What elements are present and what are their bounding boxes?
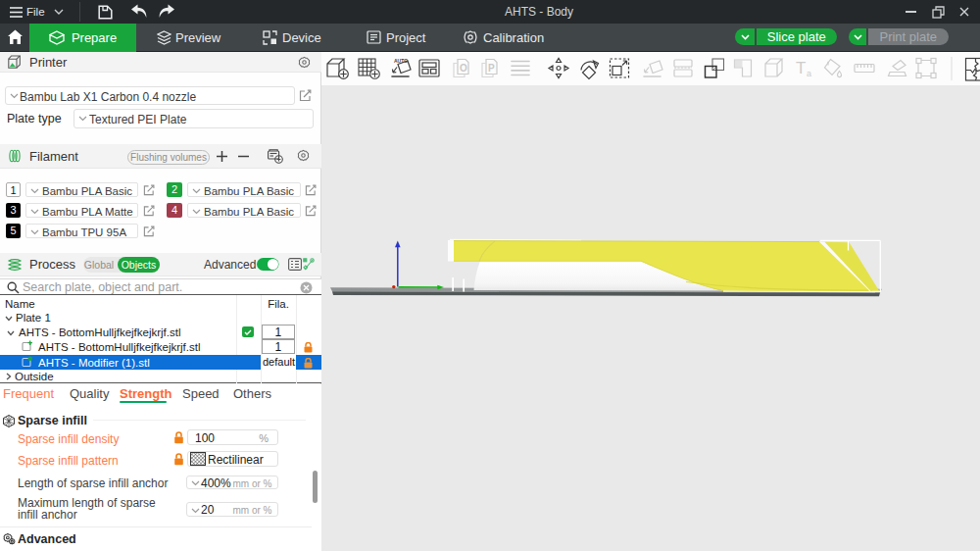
svg-text:T: T (796, 59, 806, 77)
svg-text:a: a (807, 69, 811, 78)
svg-text:O: O (460, 63, 467, 74)
svg-text:AUTO: AUTO (394, 58, 408, 64)
svg-text:P: P (488, 63, 495, 74)
